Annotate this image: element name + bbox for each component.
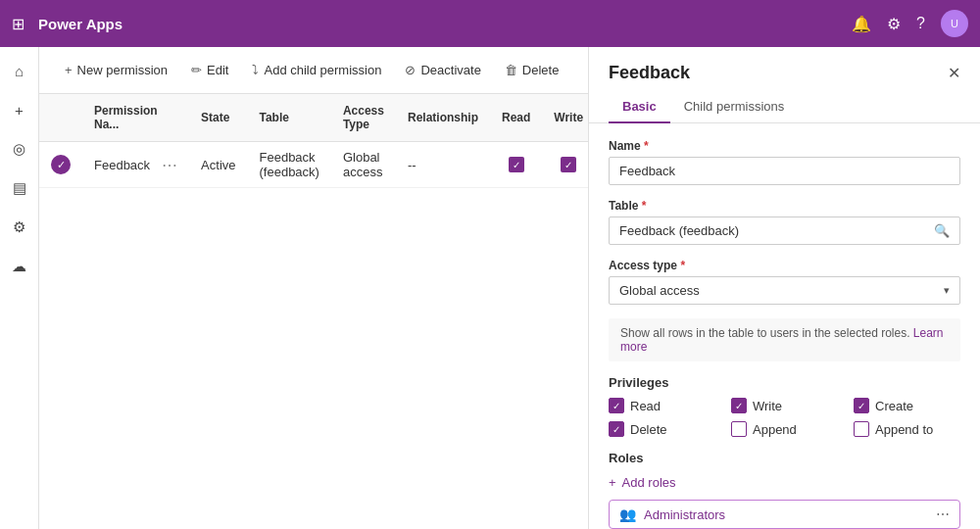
- sidebar-item-home[interactable]: ⌂: [4, 55, 35, 86]
- row-state: Active: [189, 142, 247, 188]
- tab-basic[interactable]: Basic: [609, 91, 670, 123]
- row-name: Feedback: [94, 158, 150, 172]
- row-relationship: --: [396, 142, 490, 188]
- col-access-type: Access Type: [331, 94, 396, 142]
- row-name-cell: Feedback ⋯: [94, 156, 177, 174]
- right-panel: Feedback ✕ Basic Child permissions Name …: [588, 47, 980, 529]
- access-type-value: Global access: [619, 283, 700, 298]
- priv-append: Append: [731, 421, 838, 437]
- panel-body: Name Table Feedback (feedback) 🔍 Access …: [589, 123, 980, 529]
- name-field-group: Name: [609, 139, 960, 185]
- name-input[interactable]: [619, 164, 950, 178]
- access-type-field-group: Access type Global access ▾: [609, 259, 960, 305]
- notification-icon[interactable]: 🔔: [852, 15, 871, 33]
- edit-button[interactable]: ✏ Edit: [181, 58, 238, 82]
- info-text: Show all rows in the table to users in t…: [620, 326, 910, 340]
- panel-header: Feedback ✕: [589, 47, 980, 83]
- table-label: Table: [609, 199, 960, 213]
- sidebar-item-add[interactable]: +: [4, 94, 35, 125]
- access-type-label: Access type: [609, 259, 960, 272]
- priv-write-label: Write: [753, 399, 782, 413]
- col-write: Write: [542, 94, 588, 142]
- col-read: Read: [490, 94, 542, 142]
- plus-icon: +: [65, 63, 73, 77]
- priv-write: Write: [731, 398, 838, 413]
- priv-append-to: Append to: [854, 421, 960, 437]
- toolbar: + New permission ✏ Edit ⤵ Add child perm…: [39, 47, 588, 94]
- table-row[interactable]: ✓ Feedback ⋯ Active Feedback (feedback) …: [39, 142, 588, 188]
- priv-create: Create: [854, 398, 960, 413]
- avatar[interactable]: U: [941, 10, 968, 37]
- col-table: Table: [248, 94, 331, 142]
- sidebar: ⌂ + ◎ ▤ ⚙ ☁: [0, 47, 39, 529]
- panel-close-button[interactable]: ✕: [948, 64, 960, 82]
- help-icon[interactable]: ?: [916, 15, 925, 32]
- sidebar-item-table[interactable]: ▤: [4, 172, 35, 204]
- content-area: + New permission ✏ Edit ⤵ Add child perm…: [39, 47, 588, 529]
- table-value: Feedback (feedback): [619, 223, 739, 238]
- permissions-table: Permission Na... State Table Access Type…: [39, 94, 588, 188]
- priv-read-checkbox[interactable]: [609, 398, 624, 413]
- priv-delete: Delete: [609, 421, 715, 437]
- table-input-wrapper[interactable]: Feedback (feedback) 🔍: [609, 216, 960, 245]
- topbar-icons: 🔔 ⚙ ? U: [852, 10, 968, 37]
- settings-icon[interactable]: ⚙: [887, 15, 901, 33]
- privileges-grid: Read Write Create Delete: [609, 398, 960, 437]
- priv-read-label: Read: [630, 399, 661, 413]
- row-access-type: Global access: [331, 142, 396, 188]
- name-label: Name: [609, 139, 960, 153]
- panel-title: Feedback: [609, 63, 690, 83]
- row-status-icon: ✓: [51, 155, 71, 174]
- priv-write-checkbox[interactable]: [731, 398, 747, 413]
- main-area: ⌂ + ◎ ▤ ⚙ ☁ + New permission ✏ Edit ⤵ Ad…: [0, 47, 980, 529]
- row-read-checkbox: [502, 157, 530, 172]
- priv-create-checkbox[interactable]: [854, 398, 869, 413]
- edit-icon: ✏: [191, 63, 202, 77]
- plus-icon: +: [609, 475, 616, 490]
- tab-child-permissions[interactable]: Child permissions: [670, 91, 799, 123]
- role-administrators-menu-icon[interactable]: ⋯: [936, 506, 950, 522]
- chevron-down-icon: ▾: [944, 284, 950, 297]
- priv-append-checkbox[interactable]: [731, 421, 747, 437]
- priv-append-to-label: Append to: [875, 422, 933, 437]
- name-input-wrapper: [609, 157, 960, 185]
- grid-icon: ⊞: [12, 15, 24, 33]
- table-area: Permission Na... State Table Access Type…: [39, 94, 588, 529]
- row-menu-icon[interactable]: ⋯: [162, 156, 177, 174]
- deactivate-icon: ⊘: [405, 63, 416, 77]
- roles-title: Roles: [609, 451, 960, 465]
- info-box: Show all rows in the table to users in t…: [609, 318, 960, 361]
- priv-append-to-checkbox[interactable]: [854, 421, 869, 437]
- priv-append-label: Append: [753, 422, 797, 437]
- table-field-group: Table Feedback (feedback) 🔍: [609, 199, 960, 245]
- search-icon: 🔍: [934, 223, 950, 238]
- panel-tabs: Basic Child permissions: [589, 83, 980, 123]
- row-write-checkbox: [554, 157, 583, 172]
- new-permission-button[interactable]: + New permission: [55, 58, 177, 82]
- app-title: Power Apps: [38, 16, 842, 32]
- add-child-permission-button[interactable]: ⤵ Add child permission: [242, 58, 391, 82]
- topbar: ⊞ Power Apps 🔔 ⚙ ? U: [0, 0, 980, 47]
- delete-icon: 🗑: [505, 63, 517, 77]
- priv-delete-label: Delete: [630, 422, 667, 437]
- add-child-icon: ⤵: [252, 63, 259, 77]
- col-permission-name: Permission Na...: [82, 94, 189, 142]
- privileges-section: Privileges Read Write Create: [609, 375, 960, 437]
- priv-delete-checkbox[interactable]: [609, 421, 624, 437]
- sidebar-item-cloud[interactable]: ☁: [4, 251, 35, 282]
- row-table: Feedback (feedback): [248, 142, 331, 188]
- delete-button[interactable]: 🗑 Delete: [495, 58, 569, 82]
- role-administrators-label: Administrators: [644, 507, 725, 522]
- sidebar-item-settings[interactable]: ⚙: [4, 212, 35, 243]
- col-relationship: Relationship: [396, 94, 490, 142]
- roles-section: Roles + Add roles 👥 Administrators ⋯: [609, 451, 960, 529]
- priv-create-label: Create: [875, 399, 913, 413]
- sidebar-item-circle[interactable]: ◎: [4, 133, 35, 165]
- deactivate-button[interactable]: ⊘ Deactivate: [395, 58, 490, 82]
- col-state: State: [189, 94, 247, 142]
- privileges-title: Privileges: [609, 375, 960, 390]
- role-item-administrators: 👥 Administrators ⋯: [609, 500, 960, 529]
- access-type-select[interactable]: Global access ▾: [609, 276, 960, 305]
- add-roles-button[interactable]: + Add roles: [609, 473, 676, 492]
- role-users-icon: 👥: [619, 506, 636, 522]
